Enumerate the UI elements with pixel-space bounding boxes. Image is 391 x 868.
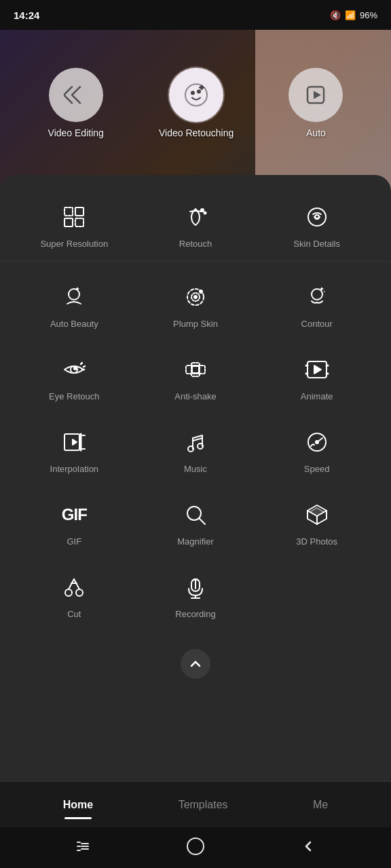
- mute-icon: 🔇: [330, 10, 341, 20]
- magnifier-label: Magnifier: [177, 536, 213, 547]
- contour-label: Contour: [301, 319, 333, 329]
- category-label-auto: Auto: [306, 127, 326, 138]
- recording-icon: [179, 571, 212, 604]
- svg-rect-23: [192, 366, 199, 373]
- tool-gif[interactable]: GIF GIF: [14, 486, 135, 559]
- category-auto[interactable]: Auto: [288, 68, 343, 138]
- collapse-button[interactable]: [0, 638, 391, 695]
- svg-point-16: [194, 296, 197, 298]
- category-circle-auto: [288, 68, 343, 122]
- tool-plump-skin[interactable]: Plump Skin: [135, 269, 257, 341]
- auto-beauty-icon: [58, 281, 90, 313]
- anti-shake-icon: [179, 353, 212, 386]
- animate-label: Animate: [301, 391, 333, 401]
- 3d-photos-label: 3D Photos: [296, 536, 337, 547]
- anti-shake-label: Anti-shake: [174, 391, 216, 401]
- tool-auto-beauty[interactable]: Auto Beauty: [14, 269, 135, 341]
- svg-point-20: [74, 367, 77, 370]
- eye-retouch-icon: [58, 353, 90, 386]
- music-icon: [179, 426, 212, 458]
- animate-icon: [301, 353, 333, 386]
- svg-point-12: [315, 215, 319, 219]
- tool-super-resolution[interactable]: Super Resolution: [14, 189, 135, 261]
- retouch-label: Retouch: [179, 239, 212, 249]
- cut-label: Cut: [67, 609, 81, 619]
- tool-music[interactable]: Music: [135, 414, 257, 486]
- speed-icon: [301, 426, 333, 458]
- tool-magnifier[interactable]: Magnifier: [135, 486, 257, 559]
- back-button[interactable]: [300, 838, 316, 858]
- battery: 96%: [360, 10, 377, 20]
- nav-me-label: Me: [313, 799, 328, 811]
- svg-point-1: [191, 92, 194, 94]
- cut-icon: [58, 571, 90, 604]
- contour-icon: [301, 281, 333, 313]
- svg-point-10: [204, 212, 206, 214]
- svg-point-42: [187, 838, 204, 854]
- svg-rect-8: [75, 218, 83, 226]
- plump-skin-label: Plump Skin: [173, 319, 218, 329]
- category-video-retouching[interactable]: Video Retouching: [159, 68, 234, 138]
- svg-point-9: [201, 209, 204, 212]
- gif-label: GIF: [67, 536, 81, 547]
- retouch-icon: [179, 201, 212, 233]
- nav-me[interactable]: Me: [299, 793, 341, 816]
- nav-home[interactable]: Home: [50, 793, 107, 816]
- magnifier-icon: [179, 498, 212, 531]
- svg-point-34: [76, 589, 83, 596]
- super-resolution-icon: [58, 201, 90, 233]
- status-bar: 14:24 🔇 📶 96%: [0, 0, 391, 30]
- plump-skin-icon: [179, 281, 212, 313]
- gif-icon: GIF: [58, 498, 90, 531]
- system-nav-bar: [0, 827, 391, 868]
- signal-icon: 📶: [345, 10, 356, 20]
- recent-apps-button[interactable]: [75, 838, 91, 858]
- nav-templates[interactable]: Templates: [165, 793, 242, 816]
- svg-rect-5: [64, 208, 73, 216]
- tool-cut[interactable]: Cut: [14, 559, 135, 631]
- collapse-circle: [181, 649, 210, 679]
- 3d-photos-icon: [301, 498, 333, 531]
- time: 14:24: [14, 9, 39, 21]
- svg-point-18: [312, 289, 322, 300]
- tool-3d-photos[interactable]: 3D Photos: [256, 486, 377, 559]
- svg-rect-6: [75, 208, 83, 216]
- skin-details-label: Skin Details: [293, 239, 340, 249]
- category-label-video-editing: Video Editing: [48, 127, 104, 138]
- svg-marker-25: [314, 366, 321, 374]
- interpolation-icon: [58, 426, 90, 458]
- tool-anti-shake[interactable]: Anti-shake: [135, 341, 257, 414]
- bottom-nav: Home Templates Me: [0, 781, 391, 827]
- music-label: Music: [184, 464, 207, 474]
- category-row: Video Editing Video Retouching Auto: [0, 68, 391, 138]
- home-button[interactable]: [186, 837, 205, 859]
- svg-marker-4: [314, 91, 321, 99]
- interpolation-label: Interpolation: [50, 464, 99, 474]
- tool-speed[interactable]: Speed: [256, 414, 377, 486]
- tool-retouch[interactable]: Retouch: [135, 189, 257, 261]
- tool-skin-details[interactable]: Skin Details: [256, 189, 377, 261]
- tool-interpolation[interactable]: Interpolation: [14, 414, 135, 486]
- svg-point-33: [65, 589, 72, 596]
- svg-point-13: [69, 289, 79, 300]
- svg-point-17: [200, 290, 202, 293]
- tool-contour[interactable]: Contour: [256, 269, 377, 341]
- main-panel: Super Resolution Retouch: [0, 175, 391, 781]
- tool-eye-retouch[interactable]: Eye Retouch: [14, 341, 135, 414]
- svg-point-11: [308, 208, 326, 226]
- category-label-video-retouching: Video Retouching: [159, 127, 234, 138]
- eye-retouch-label: Eye Retouch: [49, 391, 99, 401]
- status-icons: 🔇 📶 96%: [330, 10, 377, 20]
- svg-marker-27: [73, 439, 77, 445]
- category-video-editing[interactable]: Video Editing: [48, 68, 104, 138]
- skin-details-icon: [301, 201, 333, 233]
- tool-recording[interactable]: Recording: [135, 559, 257, 631]
- svg-point-2: [198, 90, 200, 93]
- nav-home-label: Home: [63, 799, 93, 811]
- top-tools-row: Super Resolution Retouch: [0, 189, 391, 262]
- nav-templates-label: Templates: [179, 799, 228, 811]
- tool-animate[interactable]: Animate: [256, 341, 377, 414]
- auto-beauty-label: Auto Beauty: [50, 319, 98, 329]
- super-resolution-label: Super Resolution: [40, 239, 108, 249]
- category-circle-video-editing: [49, 68, 103, 122]
